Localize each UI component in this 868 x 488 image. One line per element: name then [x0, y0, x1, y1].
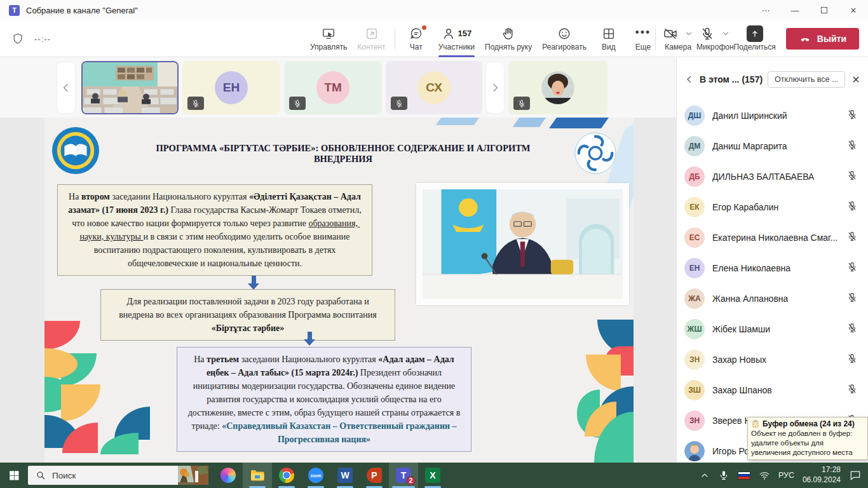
mic-off-badge: [391, 97, 407, 110]
avatar: ЕН: [215, 71, 248, 104]
participant-row[interactable]: ДБДИЛЬНАЗ БАЛТАБАЕВА: [677, 161, 868, 192]
participant-mic-off-icon[interactable]: [846, 200, 858, 214]
participant-row[interactable]: ЕНЕлена Николаевна: [677, 253, 868, 283]
participant-avatar: ЕС: [684, 227, 705, 248]
participants-label: Участники: [438, 43, 475, 51]
participant-mic-off-icon[interactable]: [846, 322, 858, 336]
more-icon: •••: [635, 27, 651, 41]
participant-avatar: ЖШ: [684, 319, 705, 339]
windows-taskbar: Поиск zoom W P: [0, 463, 868, 488]
leave-label: Выйти: [817, 34, 846, 44]
president-photo: [416, 183, 629, 305]
clock-date: 06.09.2024: [803, 475, 841, 485]
language-flag-icon[interactable]: [738, 471, 750, 480]
participant-row[interactable]: ДШДанил Ширинский: [677, 100, 868, 131]
participant-mic-off-icon[interactable]: [846, 231, 858, 245]
participant-name: Жібек Шамши: [712, 324, 770, 334]
window-maximize-button[interactable]: [810, 0, 839, 20]
camera-button[interactable]: Камера: [660, 26, 696, 51]
participant-row[interactable]: ЕКЕгор Карабалин: [677, 192, 868, 222]
camera-chevron-icon[interactable]: [684, 29, 693, 38]
close-panel-icon[interactable]: ✕: [851, 74, 860, 86]
taskbar-clock[interactable]: 17:28 06.09.2024: [803, 465, 841, 485]
participant-row[interactable]: ЖШЖібек Шамши: [677, 314, 868, 344]
taskbar-search[interactable]: Поиск: [28, 466, 208, 485]
decor-shape: [436, 118, 479, 125]
strip-next-button[interactable]: [486, 62, 504, 113]
window-title: Собрание в канале "General": [26, 6, 138, 15]
participant-row[interactable]: ЗНЗахар Новых: [677, 344, 868, 375]
window-minimize-button[interactable]: —: [780, 0, 810, 20]
teams-logo-icon: T: [9, 5, 20, 16]
taskbar-file-explorer[interactable]: [243, 463, 272, 488]
strip-prev-button[interactable]: [57, 62, 75, 113]
participant-avatar: ЗШ: [684, 380, 705, 400]
participant-mic-off-icon[interactable]: [846, 170, 858, 184]
window-more-button[interactable]: ⋯: [751, 0, 780, 20]
view-button[interactable]: Вид: [592, 20, 626, 57]
taskbar-word[interactable]: W: [330, 463, 360, 488]
participant-mic-off-icon[interactable]: [846, 139, 858, 153]
participant-row[interactable]: ДМДаниш Маргарита: [677, 131, 868, 161]
participant-row[interactable]: ЖАЖанна Алпановна: [677, 283, 868, 314]
participant-name: Екатерина Николаевна Смаг...: [712, 233, 837, 243]
taskbar-teams[interactable]: T 2: [389, 463, 418, 488]
manage-label: Управлять: [310, 43, 347, 51]
language-indicator[interactable]: РУС: [778, 471, 794, 480]
wifi-icon[interactable]: [759, 470, 770, 481]
participant-avatar: ЕН: [684, 258, 705, 278]
notification-center-icon[interactable]: [849, 469, 862, 482]
start-button[interactable]: [0, 463, 28, 488]
back-chevron-icon[interactable]: [684, 74, 695, 85]
participant-row[interactable]: ЗШЗахар Шпанов: [677, 375, 868, 405]
participant-mic-off-icon[interactable]: [846, 292, 858, 306]
video-tile-EH[interactable]: ЕН: [182, 61, 280, 114]
raise-hand-button[interactable]: Поднять руку: [480, 20, 537, 57]
leave-button[interactable]: Выйти: [786, 28, 859, 50]
taskbar-copilot[interactable]: [214, 463, 243, 488]
copilot-icon: [220, 468, 236, 483]
mic-chevron-icon[interactable]: [721, 29, 730, 38]
participant-mic-off-icon[interactable]: [846, 353, 858, 367]
decor-shape: [61, 384, 100, 421]
participant-mic-off-icon[interactable]: [846, 261, 858, 275]
participant-mic-off-icon[interactable]: [846, 109, 858, 123]
share-button[interactable]: Поделиться: [734, 26, 776, 51]
mute-all-button[interactable]: Отключить все ...: [768, 71, 845, 88]
chat-button[interactable]: Чат: [399, 20, 433, 57]
participants-button[interactable]: 157 Участники: [433, 20, 480, 57]
slide-text-block-1: На втором заседании Национального курулт…: [57, 184, 372, 276]
participants-list: ДШДанил ШиринскийДМДаниш МаргаритаДБДИЛЬ…: [677, 100, 868, 463]
participant-avatar: ДМ: [684, 136, 705, 156]
participant-row[interactable]: ЕСЕкатерина Николаевна Смаг...: [677, 222, 868, 253]
participant-mic-off-icon[interactable]: [846, 383, 858, 397]
decor-shape: [44, 321, 80, 349]
presentation-slide: ПРОГРАММА «БІРТҰТАС ТӘРБИЕ»: ОБНОВЛЕННОЕ…: [44, 118, 634, 463]
word-icon: W: [337, 468, 353, 483]
toolbar-divider: [395, 28, 395, 50]
mic-off-badge: [187, 97, 204, 110]
chat-notification-dot: [421, 25, 427, 30]
decor-shape: [586, 355, 621, 391]
taskbar-zoom[interactable]: zoom: [301, 463, 330, 488]
search-icon: [36, 470, 46, 480]
video-tile-CX[interactable]: СХ: [386, 61, 482, 114]
video-tile-classroom[interactable]: [81, 61, 179, 114]
taskbar-powerpoint[interactable]: P: [360, 463, 389, 488]
decor-shape: [100, 433, 139, 454]
react-button[interactable]: Реагировать: [537, 20, 592, 57]
clock-time: 17:28: [803, 465, 841, 475]
mic-button[interactable]: Микрофон: [696, 26, 733, 51]
tray-expand-icon[interactable]: [700, 470, 710, 480]
participant-avatar-photo: [684, 441, 705, 461]
taskbar-excel[interactable]: X: [418, 463, 447, 488]
video-tile-photo[interactable]: [508, 61, 607, 114]
window-close-button[interactable]: ✕: [839, 0, 868, 20]
classroom-video: [83, 62, 178, 114]
video-tile-TM[interactable]: ТМ: [284, 61, 382, 114]
taskbar-chrome[interactable]: [272, 463, 301, 488]
tray-mic-icon[interactable]: [718, 470, 729, 481]
react-label: Реагировать: [542, 43, 587, 51]
teams-badge: 2: [406, 476, 416, 485]
manage-button[interactable]: Управлять: [305, 20, 352, 57]
